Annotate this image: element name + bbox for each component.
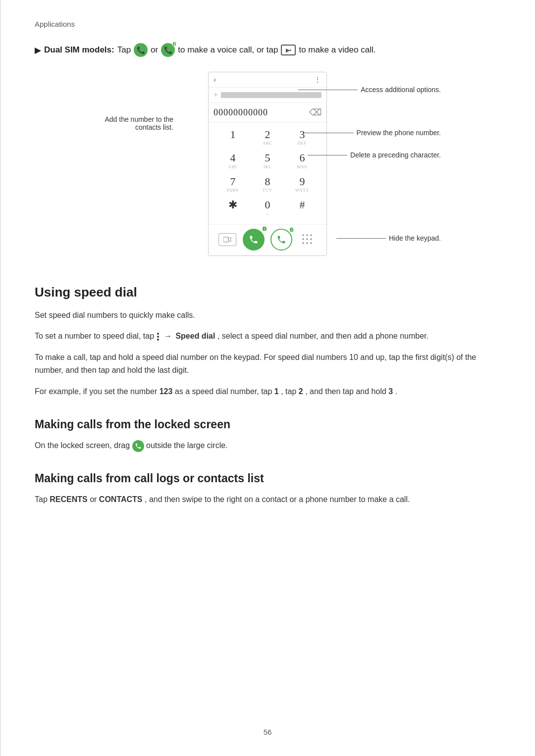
callout-access-options: Access additional options. [298, 86, 441, 94]
keypad-row-3: 7PQRS 8TUV 9WXYZ [215, 173, 320, 195]
callout-add-contacts-label: Add the number to the contacts list. [94, 115, 173, 131]
phone-display-row: 00000000000 ⌫ [209, 103, 326, 122]
making-calls-locked-section: Making calls from the locked screen On t… [35, 418, 500, 452]
para4-mid3: , and then tap and hold [305, 387, 388, 396]
dual-sim-text4: to make a video call. [299, 45, 375, 55]
logs-contacts-bold: CONTACTS [99, 495, 143, 504]
key-1: 1 [218, 126, 247, 148]
speed-dial-para2-prefix: To set a number to speed dial, tap [35, 332, 156, 340]
logs-para1-prefix: Tap [35, 495, 50, 504]
logs-para1-mid: or [90, 495, 99, 504]
para4-suffix: . [395, 387, 397, 396]
key-7: 7PQRS [218, 173, 247, 195]
speed-dial-bold: Speed dial [175, 332, 215, 340]
key-9: 9WXYZ [288, 173, 317, 195]
speed-dial-para2: To set a number to speed dial, tap → Spe… [35, 330, 500, 343]
para4-prefix: For example, if you set the number [35, 387, 160, 396]
para4-123: 123 [160, 387, 173, 396]
using-speed-dial-section: Using speed dial Set speed dial numbers … [35, 285, 500, 398]
add-contact-button: + [214, 91, 218, 100]
menu-dots-icon [156, 332, 162, 340]
key-5: 5JKL [253, 150, 282, 171]
making-calls-logs-section: Making calls from call logs or contacts … [35, 472, 500, 506]
para4-mid: as a speed dial number, tap [175, 387, 274, 396]
phone-keypad: 1 2ABC 3DEF 4GHI 5JKL 6MNO 7PQRS 8TUV 9W… [209, 122, 326, 224]
key-8: 8TUV [253, 173, 282, 195]
making-calls-locked-para1: On the locked screen, drag outside the l… [35, 439, 500, 452]
key-hash: # [288, 197, 317, 218]
speed-dial-para3: To make a call, tap and hold a speed dia… [35, 351, 500, 377]
dual-sim-text3: to make a voice call, or tap [178, 45, 278, 55]
keypad-row-4: ✱ 0+ # [215, 197, 320, 218]
phone-bottom-bar: 1 2 [209, 224, 326, 255]
call-button-sim1: 1 [243, 229, 265, 251]
callout-access-options-label: Access additional options. [361, 86, 441, 94]
page-number: 56 [264, 728, 272, 736]
sim1-badge: 1 [263, 227, 267, 231]
para4-3: 3 [388, 387, 393, 396]
arrow-right-icon: → [164, 330, 172, 343]
phone-green-icon-2: 📞 2 [161, 43, 175, 57]
key-0: 0+ [253, 197, 282, 218]
callout-preview-number: Preview the phone number. [304, 129, 441, 137]
backspace-button: ⌫ [309, 107, 321, 118]
call-button-sim2: 2 [270, 229, 292, 251]
section-label: Applications [35, 20, 500, 28]
keypad-row-2: 4GHI 5JKL 6MNO [215, 150, 320, 171]
making-calls-logs-heading: Making calls from call logs or contacts … [35, 472, 500, 485]
key-2: 2ABC [253, 126, 282, 148]
speed-dial-para1: Set speed dial numbers to quickly make c… [35, 309, 500, 322]
para4-2: 2 [299, 387, 303, 396]
dual-sim-bold: Dual SIM models: [44, 45, 114, 55]
making-calls-locked-heading: Making calls from the locked screen [35, 418, 500, 431]
callout-preview-number-label: Preview the phone number. [357, 129, 441, 137]
para4-mid2: , tap [281, 387, 299, 396]
key-4: 4GHI [218, 150, 247, 171]
speed-dial-para4: For example, if you set the number 123 a… [35, 385, 500, 398]
dual-sim-text1: Tap [117, 45, 131, 55]
phone-ui-mockup: ‹ ⋮ + 00000000000 ⌫ 1 2ABC 3DEF 4GHI 5JK [208, 72, 327, 256]
key-star: ✱ [218, 197, 247, 218]
triangle-icon: ▶ [35, 45, 41, 55]
video-call-button [218, 233, 236, 246]
sim2-badge: 2 [290, 228, 294, 232]
phone-diagram: ‹ ⋮ + 00000000000 ⌫ 1 2ABC 3DEF 4GHI 5JK [94, 72, 441, 260]
callout-add-contacts: Add the number to the contacts list. [94, 115, 173, 131]
using-speed-dial-heading: Using speed dial [35, 285, 500, 300]
speed-dial-para2-suffix: , select a speed dial number, and then a… [217, 332, 428, 340]
more-options-button: ⋮ [314, 76, 321, 84]
callout-delete-char-label: Delete a preceding character. [350, 151, 441, 159]
callout-hide-keypad: Hide the keypad. [336, 234, 441, 242]
hide-keypad-button [299, 231, 317, 249]
callout-hide-keypad-label: Hide the keypad. [389, 234, 441, 242]
back-button: ‹ [214, 75, 216, 84]
phone-green-icon-1: 📞 [134, 43, 148, 57]
para4-1: 1 [274, 387, 279, 396]
phone-green-icon-locked [132, 440, 144, 452]
locked-para1-prefix: On the locked screen, drag [35, 441, 132, 450]
dual-sim-description: ▶ Dual SIM models: Tap 📞 or 📞 2 to make … [35, 43, 500, 57]
svg-rect-0 [223, 237, 228, 242]
logs-recents-bold: RECENTS [50, 495, 87, 504]
dual-sim-text2: or [151, 45, 158, 55]
callout-delete-char: Delete a preceding character. [308, 151, 441, 159]
logs-para1-suffix: , and then swipe to the right on a conta… [145, 495, 410, 504]
making-calls-logs-para1: Tap RECENTS or CONTACTS , and then swipe… [35, 493, 500, 506]
video-cam-icon: ▶▪ [281, 45, 296, 55]
dialed-number: 00000000000 [214, 107, 268, 118]
locked-para1-suffix: outside the large circle. [146, 441, 228, 450]
